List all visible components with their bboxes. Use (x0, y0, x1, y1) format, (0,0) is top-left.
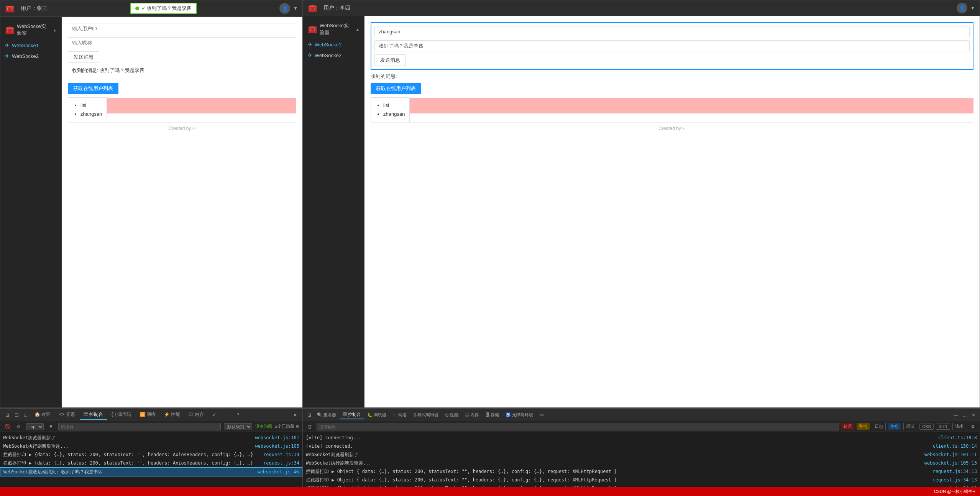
left-sidebar-item-websocke1[interactable]: ✈ WebSocke1 (0, 40, 61, 51)
right-console-line-5: 拦截器打印 ▶ Object { data: {…}, status: 200,… (303, 467, 980, 476)
left-dropdown-arrow[interactable]: ▼ (293, 6, 298, 11)
right-app-content: 🧰 WebSocke实验室 ▲ ✈ WebSocke1 ✈ WebSocke2 (303, 16, 980, 407)
right-inspect-icon[interactable]: ⊡ (305, 411, 314, 419)
right-tab-memory[interactable]: ◎ 内存 (462, 411, 482, 419)
left-user-id-input[interactable] (68, 23, 296, 34)
left-sidebar-item-websocke2[interactable]: ✈ WebSocke2 (0, 51, 61, 61)
left-console-line-4: 拦截器打印 ▶ {data: {…}, status: 200, statusT… (0, 459, 302, 467)
right-filter-error[interactable]: 错误 (841, 423, 854, 430)
right-clear-icon[interactable]: 🗑 (306, 422, 314, 431)
left-win-header: 🧰 用户：张三 ✓ 收到了吗？我是李四 👤 ▼ (0, 0, 302, 17)
left-filter-down[interactable]: ▼ (47, 422, 55, 431)
right-tab-style-editor[interactable]: {} 样式编辑器 (410, 411, 441, 419)
right-console-line-1: [vite] connecting... client.ts:18:8 (303, 434, 980, 442)
right-console-content: [vite] connecting... client.ts:18:8 [vit… (303, 432, 980, 488)
left-devtools: ⊡ ☐ □ 🏠 欢迎 <> 元素 ▤ 控制台 { } 源代码 📶 网络 ⚡ 性能… (0, 408, 303, 496)
right-devtools-more[interactable]: … (960, 411, 969, 419)
right-filter-css[interactable]: CSS (919, 424, 934, 430)
badge-text: ✓ 收到了吗？我是李四 (141, 5, 192, 12)
right-input-group: 发送消息 (371, 22, 973, 70)
left-tab-sources[interactable]: { } 源代码 (108, 410, 135, 420)
right-console-line-4: WebSocket执行刷新后重连... websocket.js:105:13 (303, 459, 980, 467)
right-tab-storage[interactable]: 🗄 存储 (482, 411, 502, 419)
right-send-button[interactable]: 发送消息 (374, 54, 406, 66)
right-console-line-3: WebSocket浏览器刷新了 websocket.js:101:11 (303, 450, 980, 459)
left-sidebar-expand[interactable]: ▲ (53, 28, 57, 32)
right-tab-more[interactable]: >> (537, 412, 548, 419)
left-users-list: lisi zhangsan (68, 97, 107, 122)
right-user-title: 用户：李四 (323, 5, 350, 11)
left-tab-elements[interactable]: <> 元素 (55, 410, 79, 420)
left-nick-input[interactable] (68, 37, 296, 48)
left-send-button[interactable]: 发送消息 (68, 51, 99, 63)
right-tab-console[interactable]: ▤ 控制台 (340, 411, 364, 419)
right-sidebar-item-websocke1[interactable]: ✈ WebSocke1 (303, 39, 364, 50)
right-filter-debug[interactable]: 调试 (903, 423, 917, 430)
right-console-line-2: [vite] connected. client.ts:150:14 (303, 442, 980, 450)
right-filter-input[interactable] (317, 423, 839, 430)
right-devtools-toolbar: ⊡ 🔍 查看器 ▤ 控制台 🐛 调试器 ↑↓ 网络 {} 样式编辑器 ◷ 性能 … (303, 409, 980, 421)
left-tab-console[interactable]: ▤ 控制台 (80, 410, 107, 420)
right-sidebar-item-websocke2[interactable]: ✈ WebSocke2 (303, 50, 364, 61)
right-sidebar: 🧰 WebSocke实验室 ▲ ✈ WebSocke1 ✈ WebSocke2 (303, 16, 364, 407)
right-win-header: 🧰 用户：李四 👤 ▼ (303, 0, 980, 16)
devtools-device-icon[interactable]: ☐ (12, 411, 21, 419)
right-tab-network[interactable]: ↑↓ 网络 (390, 411, 410, 419)
left-toolbox-icon: 🧰 (5, 4, 15, 13)
left-tab-network[interactable]: 📶 网络 (136, 410, 159, 420)
left-user-lisi: lisi (80, 101, 102, 110)
right-gear-icon[interactable]: ⚙ (969, 422, 977, 431)
left-sidebar: 🧰 WebSocke实验室 ▲ ✈ WebSocke1 ✈ WebSocke2 (0, 17, 62, 407)
left-nav-icon-1: ✈ (5, 42, 10, 48)
right-sidebar-expand[interactable]: ▲ (356, 27, 359, 31)
right-filter-xhr[interactable]: XHR (936, 424, 950, 430)
right-pink-row (410, 98, 973, 113)
devtools-inspect-icon[interactable]: ⊡ (3, 411, 11, 419)
left-tab-memory[interactable]: ◎ 内存 (185, 410, 207, 420)
left-tab-help[interactable]: ? (233, 411, 243, 420)
left-get-users-btn[interactable]: 获取在线用户列表 (68, 83, 118, 94)
right-filter-req[interactable]: 请求 (952, 423, 966, 430)
left-no-issues: 没有问题 (255, 424, 272, 429)
right-devtools: ⊡ 🔍 查看器 ▤ 控制台 🐛 调试器 ↑↓ 网络 {} 样式编辑器 ◷ 性能 … (303, 408, 980, 496)
right-filter-info[interactable]: 信息 (888, 423, 901, 430)
right-filter-warn[interactable]: 警告 (857, 423, 870, 430)
left-pink-row (107, 98, 296, 113)
left-pause-icon[interactable]: ⊘ (15, 422, 23, 431)
left-avatar-btn[interactable]: 👤 (279, 3, 290, 14)
right-dropdown-arrow[interactable]: ▼ (970, 5, 975, 11)
left-tab-more[interactable]: ✓ (208, 411, 220, 420)
right-user-zhangsan: zhangsan (383, 110, 405, 118)
right-tab-viewer[interactable]: 🔍 查看器 (314, 411, 339, 419)
left-level-filter[interactable]: 默认级别 (224, 423, 252, 430)
right-toolbox-icon: 🧰 (308, 3, 317, 13)
left-tab-extra[interactable]: ... (221, 411, 232, 420)
devtools-elements-icon[interactable]: □ (21, 411, 30, 419)
right-tab-performance[interactable]: ◷ 性能 (442, 411, 461, 419)
right-message-input[interactable] (374, 40, 970, 51)
left-user-title: 用户：张三 (21, 5, 48, 12)
left-sidebar-label-1: WebSocke1 (12, 43, 39, 48)
right-user-lisi: lisi (383, 101, 405, 110)
left-devtools-toolbar: ⊡ ☐ □ 🏠 欢迎 <> 元素 ▤ 控制台 { } 源代码 📶 网络 ⚡ 性能… (0, 409, 302, 421)
left-devtools-close[interactable]: ✕ (291, 411, 299, 419)
left-level-select[interactable]: top (26, 423, 44, 430)
right-sidebar-logo: 🧰 WebSocke实验室 ▲ (303, 19, 364, 39)
left-tab-welcome[interactable]: 🏠 欢迎 (31, 410, 54, 420)
right-devtools-close[interactable]: ✕ (969, 411, 978, 419)
right-avatar-btn[interactable]: 👤 (957, 3, 967, 13)
left-clear-icon[interactable]: 🚫 (3, 422, 11, 431)
badge-dot (135, 7, 139, 10)
right-filter-bar: 🗑 错误 警告 日志 信息 调试 CSS XHR 请求 ⚙ (303, 421, 980, 432)
right-get-users-btn[interactable]: 获取在线用户列表 (371, 83, 421, 94)
left-console-line-1: WebSocket浏览器刷新了 websocket.js:101 (0, 434, 302, 442)
right-tab-accessibility[interactable]: ♿ 无障碍环境 (502, 411, 536, 419)
right-footer: Created by H (371, 122, 973, 134)
right-user-id-input[interactable] (374, 26, 970, 37)
right-filter-log[interactable]: 日志 (872, 423, 886, 430)
left-sidebar-logo: 🧰 WebSocke实验室 ▲ (0, 20, 61, 40)
left-tab-performance[interactable]: ⚡ 性能 (160, 410, 184, 420)
right-tab-debugger[interactable]: 🐛 调试器 (364, 411, 389, 419)
right-devtools-minimize[interactable]: — (952, 411, 960, 419)
left-filter-input[interactable] (58, 423, 221, 430)
